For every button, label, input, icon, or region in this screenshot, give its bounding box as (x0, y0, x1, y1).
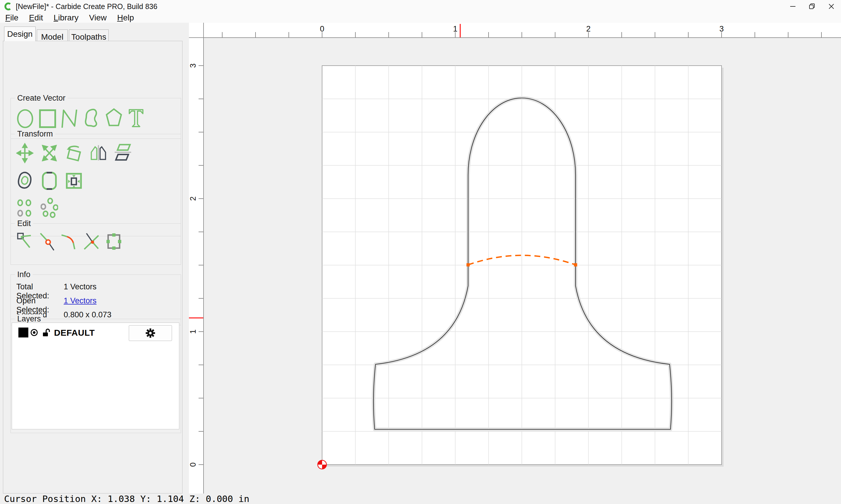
rectangle-tool-icon[interactable] (38, 106, 56, 129)
menu-file[interactable]: File (5, 13, 18, 22)
rotate-tool-icon[interactable] (65, 141, 83, 164)
linear-array-tool-icon[interactable] (16, 197, 34, 219)
window-controls (783, 0, 841, 13)
horizontal-ruler-ticks (189, 23, 841, 37)
window-title: [NewFile]* - Carbide Create PRO, Build 8… (16, 2, 157, 11)
circular-array-tool-icon[interactable] (40, 197, 58, 219)
design-canvas[interactable] (204, 38, 841, 493)
group-create-vector-label: Create Vector (15, 94, 68, 103)
vruler-label-1: 1 (189, 326, 200, 338)
menu-help[interactable]: Help (117, 13, 134, 22)
layer-settings-button[interactable] (129, 325, 172, 341)
tab-toolpaths[interactable]: Toolpaths (69, 30, 109, 41)
menu-library[interactable]: Library (53, 13, 79, 22)
canvas-svg[interactable] (204, 38, 841, 493)
circle-tool-icon[interactable] (16, 106, 34, 129)
boolean-tool-icon[interactable] (105, 231, 122, 253)
gear-icon (145, 328, 156, 338)
split-vector-tool-icon[interactable] (38, 231, 56, 253)
group-layers-label: Layers (15, 314, 43, 323)
hruler-label-2: 2 (583, 24, 594, 34)
group-edit: Edit (11, 223, 181, 265)
menu-view[interactable]: View (89, 13, 107, 22)
arc-endpoint-left[interactable] (467, 263, 470, 267)
group-info-label: Info (15, 270, 33, 279)
tab-design[interactable]: Design (4, 26, 36, 41)
arc-endpoint-right[interactable] (574, 263, 577, 267)
app-logo-icon (3, 2, 12, 11)
text-tool-icon[interactable] (127, 106, 145, 129)
vruler-label-3: 3 (189, 60, 200, 71)
vruler-label-2: 2 (189, 193, 200, 204)
hruler-label-0: 0 (316, 24, 328, 34)
menu-edit[interactable]: Edit (29, 13, 43, 22)
horizontal-ruler: 0 1 2 3 (189, 23, 841, 38)
close-icon (827, 3, 835, 10)
minimize-button[interactable] (783, 0, 803, 13)
group-edit-label: Edit (15, 219, 33, 228)
ruler-corner-divider (203, 23, 204, 37)
move-tool-icon[interactable] (16, 141, 34, 164)
menubar: File Edit Library View Help (0, 13, 841, 23)
restore-button[interactable] (803, 0, 822, 13)
minimize-icon (789, 3, 796, 10)
offset-tool-icon[interactable] (16, 169, 34, 193)
vertical-ruler: 3 2 1 0 (189, 23, 204, 493)
mirror-tool-icon[interactable] (90, 141, 107, 164)
layer-color-swatch[interactable] (18, 327, 28, 338)
titlebar: [NewFile]* - Carbide Create PRO, Build 8… (0, 0, 841, 13)
layer-unlock-icon[interactable] (42, 328, 51, 337)
shear-tool-icon[interactable] (114, 141, 132, 164)
vruler-label-0: 0 (189, 459, 200, 470)
polygon-tool-icon[interactable] (105, 106, 123, 129)
cursor-position-text: Cursor Position X: 1.038 Y: 1.104 Z: 0.0… (4, 493, 250, 504)
tab-model[interactable]: Model (37, 30, 68, 41)
polyline-tool-icon[interactable] (61, 106, 79, 129)
node-edit-tool-icon[interactable] (16, 231, 34, 253)
group-transform: Transform (11, 134, 181, 236)
group-layers: Layers DEFAULT (11, 319, 181, 433)
group-transform-label: Transform (15, 129, 55, 139)
layer-list[interactable]: DEFAULT (12, 323, 179, 429)
scale-tool-icon[interactable] (40, 141, 58, 164)
trim-vectors-tool-icon[interactable] (83, 231, 100, 253)
nest-tool-icon[interactable] (65, 169, 83, 193)
layer-name: DEFAULT (54, 328, 95, 338)
statusbar: Cursor Position X: 1.038 Y: 1.104 Z: 0.0… (0, 493, 841, 504)
origin-marker (318, 460, 326, 469)
fillet-corners-tool-icon[interactable] (40, 169, 58, 193)
design-sidebar: Create Vector Transform (3, 41, 183, 493)
close-button[interactable] (822, 0, 841, 13)
vertical-ruler-ticks (189, 23, 203, 493)
hruler-label-1: 1 (449, 24, 461, 34)
layer-visibility-eye-icon[interactable] (30, 328, 38, 337)
curve-tool-icon[interactable] (83, 106, 101, 129)
hruler-label-3: 3 (716, 24, 727, 34)
fillet-tool-icon[interactable] (61, 231, 78, 253)
restore-icon (808, 3, 816, 10)
